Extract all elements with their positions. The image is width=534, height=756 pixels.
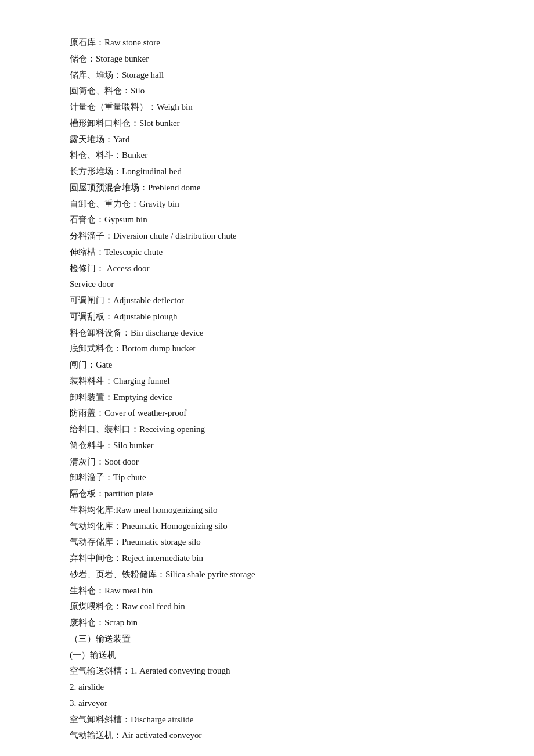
item-14: 伸缩槽：Telescopic chute (70, 244, 464, 261)
item-4: 圆筒仓、料仓：Silo (70, 83, 464, 99)
item-10: 圆屋顶预混合堆场：Preblend dome (70, 180, 464, 196)
item-36: 原煤喂料仓：Raw coal feed bin (70, 599, 464, 615)
item-34: 砂岩、页岩、铁粉储库：Silica shale pyrite storage (70, 567, 464, 583)
item-25: 给料口、装料口：Receiving opening (70, 422, 464, 438)
item-7: 露天堆场：Yard (70, 132, 464, 148)
item-39: (一）输送机 (70, 647, 464, 664)
content-list: 原石库：Raw stone store储仓：Storage bunker储库、堆… (70, 35, 464, 744)
item-8: 料仓、料斗：Bunker (70, 147, 464, 164)
item-33: 弃料中间仓：Reject intermediate bin (70, 550, 464, 567)
item-44: 气动输送机：Air activated conveyor (70, 728, 464, 744)
item-26: 筒仓料斗：Silo bunker (70, 438, 464, 454)
item-24: 防雨盖：Cover of weather-proof (70, 405, 464, 422)
item-2: 储仓：Storage bunker (70, 51, 464, 67)
item-30: 生料均化库:Raw meal homogenizing silo (70, 502, 464, 519)
item-18: 可调刮板：Adjustable plough (70, 309, 464, 325)
item-43: 空气卸料斜槽：Discharge airslide (70, 712, 464, 728)
item-12: 石膏仓：Gypsum bin (70, 212, 464, 228)
item-16: Service door (70, 276, 464, 293)
item-42: 3. airveyor (70, 696, 464, 712)
item-31: 气动均化库：Pneumatic Homogenizing silo (70, 519, 464, 535)
item-11: 自卸仓、重力仓：Gravity bin (70, 196, 464, 213)
item-37: 废料仓：Scrap bin (70, 615, 464, 631)
item-40: 空气输送斜槽：1. Aerated conveying trough (70, 663, 464, 679)
item-19: 料仓卸料设备：Bin discharge device (70, 325, 464, 341)
item-29: 隔仓板：partition plate (70, 486, 464, 502)
item-32: 气动存储库：Pneumatic storage silo (70, 534, 464, 550)
item-9: 长方形堆场：Longitudinal bed (70, 164, 464, 180)
item-27: 清灰门：Soot door (70, 454, 464, 470)
item-20: 底卸式料仓：Bottom dump bucket (70, 341, 464, 357)
item-13: 分料溜子：Diversion chute / distribution chut… (70, 228, 464, 244)
item-41: 2. airslide (70, 679, 464, 696)
item-17: 可调闸门：Adjustable deflector (70, 293, 464, 309)
item-5: 计量仓（重量喂料）：Weigh bin (70, 99, 464, 116)
item-15: 检修门： Access door (70, 261, 464, 277)
item-6: 槽形卸料口料仓：Slot bunker (70, 116, 464, 132)
item-23: 卸料装置：Emptying device (70, 390, 464, 406)
item-22: 装料料斗：Charging funnel (70, 373, 464, 390)
item-38: （三）输送装置 (70, 631, 464, 647)
item-28: 卸料溜子：Tip chute (70, 470, 464, 486)
item-1: 原石库：Raw stone store (70, 35, 464, 51)
item-3: 储库、堆场：Storage hall (70, 67, 464, 84)
item-21: 闸门：Gate (70, 357, 464, 373)
item-35: 生料仓：Raw meal bin (70, 583, 464, 599)
